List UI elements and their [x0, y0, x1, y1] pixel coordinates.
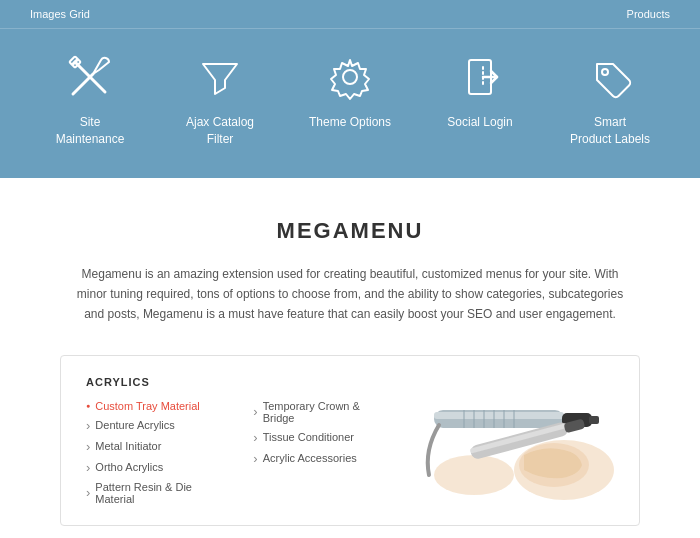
- megamenu-description: Megamenu is an amazing extension used fo…: [70, 264, 630, 325]
- megamenu-demo: ACRYLICS Custom Tray Material Denture Ac…: [60, 355, 640, 526]
- smart-product-labels-label: SmartProduct Labels: [570, 114, 650, 148]
- svg-rect-14: [589, 416, 599, 424]
- social-login-label: Social Login: [447, 114, 512, 131]
- feature-social-login[interactable]: Social Login: [420, 49, 540, 131]
- features-section: SiteMaintenance Ajax CatalogFilter Theme…: [0, 29, 700, 178]
- list-item[interactable]: Acrylic Accessories: [253, 451, 394, 466]
- megamenu-title: MEGAMENU: [60, 218, 640, 244]
- ajax-catalog-filter-label: Ajax CatalogFilter: [186, 114, 254, 148]
- list-item[interactable]: Custom Tray Material: [86, 400, 233, 412]
- nav-right[interactable]: Products: [627, 8, 670, 20]
- megamenu-right-panel: [414, 376, 614, 505]
- feature-site-maintenance[interactable]: SiteMaintenance: [30, 49, 150, 148]
- list-item[interactable]: Pattern Resin & Die Material: [86, 481, 233, 505]
- site-maintenance-label: SiteMaintenance: [56, 114, 125, 148]
- nav-left[interactable]: Images Grid: [30, 8, 90, 20]
- list-item[interactable]: Ortho Acrylics: [86, 460, 233, 475]
- svg-rect-12: [434, 412, 564, 419]
- gear-icon: [323, 49, 378, 104]
- tag-icon: [583, 49, 638, 104]
- megamenu-category: ACRYLICS: [86, 376, 394, 388]
- svg-point-4: [343, 70, 357, 84]
- list-item[interactable]: Tissue Conditioner: [253, 430, 394, 445]
- white-section: MEGAMENU Megamenu is an amazing extensio…: [0, 178, 700, 538]
- megamenu-col2: Temporary Crown & Bridge Tissue Conditio…: [253, 400, 394, 505]
- megamenu-columns: Custom Tray Material Denture Acrylics Me…: [86, 400, 394, 505]
- list-item[interactable]: Metal Initiator: [86, 439, 233, 454]
- svg-point-8: [602, 69, 608, 75]
- social-icon: [453, 49, 508, 104]
- feature-items: SiteMaintenance Ajax CatalogFilter Theme…: [30, 49, 670, 148]
- feature-ajax-catalog-filter[interactable]: Ajax CatalogFilter: [160, 49, 280, 148]
- list-item[interactable]: Temporary Crown & Bridge: [253, 400, 394, 424]
- list-item[interactable]: Denture Acrylics: [86, 418, 233, 433]
- filter-icon: [193, 49, 248, 104]
- wrench-icon: [63, 49, 118, 104]
- megamenu-col1: Custom Tray Material Denture Acrylics Me…: [86, 400, 233, 505]
- dental-tools-image: [414, 380, 614, 500]
- feature-theme-options[interactable]: Theme Options: [290, 49, 410, 131]
- theme-options-label: Theme Options: [309, 114, 391, 131]
- top-nav: Images Grid Products: [0, 0, 700, 29]
- megamenu-left-panel: ACRYLICS Custom Tray Material Denture Ac…: [86, 376, 394, 505]
- feature-smart-product-labels[interactable]: SmartProduct Labels: [550, 49, 670, 148]
- svg-point-10: [434, 455, 514, 495]
